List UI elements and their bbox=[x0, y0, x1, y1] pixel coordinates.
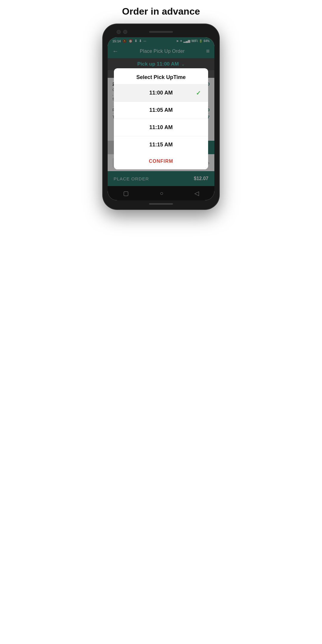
time-label-1110: 11:10 AM bbox=[149, 124, 173, 131]
time-option-1105[interactable]: 11:05 AM bbox=[114, 101, 208, 119]
modal-backdrop: Select Pick UpTime 11:00 AM ✓ 11:05 AM 1… bbox=[108, 37, 214, 200]
camera-right bbox=[123, 30, 127, 34]
screen-content: 15:14 🔕 ⏰ ⬇ ⬇ ··· ➤ ✦ ▂▄▆ WiFi 🔋 64% bbox=[108, 37, 214, 200]
time-option-1115[interactable]: 11:15 AM bbox=[114, 136, 208, 153]
time-label-1115: 11:15 AM bbox=[149, 142, 173, 148]
phone-top-bar bbox=[108, 29, 214, 35]
confirm-button[interactable]: CONFIRM bbox=[114, 153, 208, 169]
page-title: Order in advance bbox=[122, 6, 200, 17]
phone-cameras bbox=[117, 30, 127, 34]
check-icon-1100: ✓ bbox=[196, 89, 201, 97]
time-label-1100: 11:00 AM bbox=[149, 90, 173, 96]
phone-shell: 15:14 🔕 ⏰ ⬇ ⬇ ··· ➤ ✦ ▂▄▆ WiFi 🔋 64% bbox=[103, 24, 219, 209]
time-label-1105: 11:05 AM bbox=[149, 107, 173, 113]
pickup-time-modal: Select Pick UpTime 11:00 AM ✓ 11:05 AM 1… bbox=[114, 68, 208, 169]
home-indicator bbox=[149, 203, 173, 205]
phone-screen: 15:14 🔕 ⏰ ⬇ ⬇ ··· ➤ ✦ ▂▄▆ WiFi 🔋 64% bbox=[108, 37, 214, 200]
phone-speaker bbox=[149, 31, 173, 33]
modal-title: Select Pick UpTime bbox=[114, 68, 208, 84]
time-option-1110[interactable]: 11:10 AM bbox=[114, 119, 208, 136]
time-option-1100[interactable]: 11:00 AM ✓ bbox=[114, 84, 208, 101]
camera-left bbox=[117, 30, 121, 34]
phone-bottom-bar bbox=[108, 203, 214, 205]
